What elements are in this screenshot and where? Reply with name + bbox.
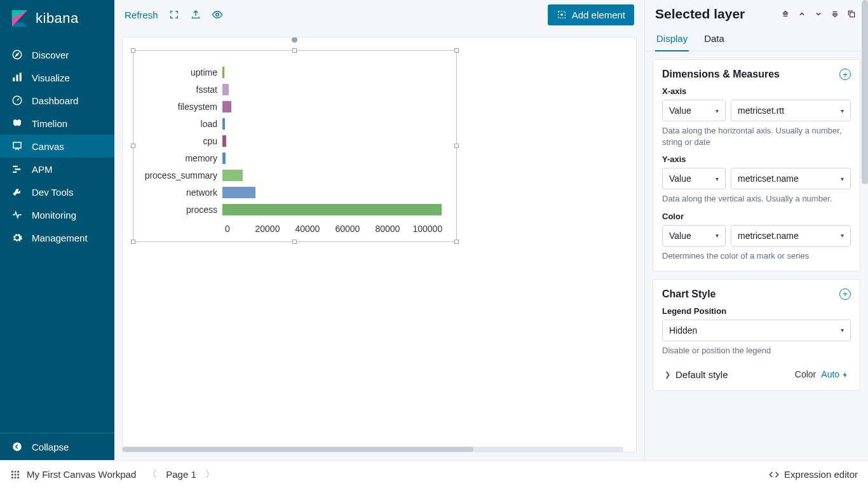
panel-title: Selected layer [655, 6, 775, 22]
fullscreen-icon[interactable] [168, 9, 180, 20]
sidebar-item-label: Timelion [32, 118, 67, 129]
kibana-logo-icon [10, 9, 29, 28]
sidebar-item-dashboard[interactable]: Dashboard [0, 89, 114, 112]
add-style-button[interactable]: + [839, 288, 851, 300]
color-label: Color [662, 212, 851, 221]
color-type-select[interactable]: Value▾ [662, 225, 726, 247]
sidebar: kibana Discover Visualize Dashboard Time… [0, 0, 114, 460]
sidebar-item-label: Management [32, 233, 88, 243]
prev-page-button[interactable]: 〈 [147, 468, 157, 480]
current-page[interactable]: Page 1 [166, 469, 196, 480]
sidebar-item-label: Dev Tools [32, 187, 74, 198]
color-label: Color [795, 369, 816, 379]
horizontal-scrollbar[interactable] [123, 447, 623, 452]
rotate-handle[interactable] [292, 37, 297, 43]
sidebar-item-label: Visualize [32, 72, 70, 83]
svg-rect-23 [15, 477, 17, 478]
right-panel: Selected layer Display Data Dimensions &… [644, 0, 868, 460]
svg-rect-24 [17, 477, 19, 478]
legend-label: Legend Position [662, 306, 851, 316]
svg-rect-5 [17, 75, 18, 82]
svg-point-13 [215, 13, 219, 17]
layer-up-icon[interactable] [796, 8, 808, 20]
chevron-down-icon: ▾ [841, 327, 844, 334]
x-field-select[interactable]: metricset.rtt▾ [731, 100, 851, 121]
duplicate-icon[interactable] [845, 8, 858, 20]
grid-icon[interactable] [10, 470, 20, 480]
svg-rect-4 [13, 78, 15, 81]
svg-rect-10 [15, 168, 20, 170]
svg-rect-15 [850, 13, 855, 17]
color-hint: Determines the color of a mark or series [662, 250, 851, 262]
pager: 〈 Page 1 〉 [147, 468, 215, 480]
sidebar-item-apm[interactable]: APM [0, 158, 114, 180]
selected-element[interactable]: uptimefsstatfilesystemloadcpumemoryproce… [133, 50, 457, 242]
sidebar-item-monitoring[interactable]: Monitoring [0, 203, 114, 226]
sidebar-item-devtools[interactable]: Dev Tools [0, 180, 114, 203]
sidebar-item-management[interactable]: Management [0, 226, 114, 249]
chevron-down-icon: ▾ [841, 175, 844, 182]
svg-rect-18 [17, 471, 19, 473]
sidebar-item-canvas[interactable]: Canvas [0, 135, 114, 158]
refresh-link[interactable]: Refresh [125, 10, 158, 20]
add-dimension-button[interactable]: + [839, 69, 851, 80]
svg-rect-20 [15, 473, 17, 475]
next-page-button[interactable]: 〉 [205, 468, 215, 480]
canvas-area[interactable]: uptimefsstatfilesystemloadcpumemoryproce… [114, 29, 644, 460]
card-title: Chart Style [662, 288, 839, 300]
export-icon[interactable] [190, 9, 201, 20]
expand-icon[interactable]: ❯ [665, 370, 670, 379]
default-style-label: Default style [675, 369, 790, 380]
color-auto-value[interactable]: Auto [821, 369, 848, 379]
sidebar-item-timelion[interactable]: Timelion [0, 112, 114, 135]
y-axis-label: Y-axis [662, 154, 851, 164]
sidebar-item-label: Monitoring [32, 210, 76, 220]
sidebar-item-label: Discover [32, 50, 69, 60]
panel-scrollbar[interactable] [862, 0, 868, 184]
bar-chart: uptimefsstatfilesystemloadcpumemoryproce… [133, 51, 456, 241]
workpad-name[interactable]: My First Canvas Workpad [27, 469, 136, 480]
y-type-select[interactable]: Value▾ [662, 168, 726, 189]
svg-rect-16 [11, 471, 13, 473]
layer-to-back-icon[interactable] [829, 8, 841, 20]
svg-marker-3 [16, 53, 19, 57]
chart-style-card: Chart Style + Legend Position Hidden▾ Di… [653, 279, 860, 391]
legend-select[interactable]: Hidden▾ [662, 320, 851, 341]
gear-icon [11, 232, 23, 243]
svg-rect-11 [13, 172, 17, 173]
sidebar-item-label: APM [32, 164, 53, 175]
svg-rect-6 [20, 73, 22, 82]
layer-to-front-icon[interactable] [779, 8, 792, 20]
chevron-down-icon: ▾ [715, 107, 719, 114]
chart-y-labels: uptimefsstatfilesystemloadcpumemoryproce… [140, 64, 222, 219]
x-type-select[interactable]: Value▾ [662, 100, 726, 121]
y-field-select[interactable]: metricset.name▾ [731, 168, 851, 189]
add-element-icon [557, 10, 567, 20]
color-field-select[interactable]: metricset.name▾ [731, 225, 851, 247]
nav: Discover Visualize Dashboard Timelion Ca… [0, 37, 114, 433]
chevron-down-icon: ▾ [841, 232, 844, 239]
panel-tabs: Display Data [645, 27, 868, 51]
tab-display[interactable]: Display [655, 27, 689, 51]
logo[interactable]: kibana [0, 0, 114, 37]
gauge-icon [11, 95, 23, 106]
svg-rect-17 [15, 471, 17, 473]
chart-x-axis: 020000400006000080000100000 [227, 219, 444, 224]
tab-data[interactable]: Data [703, 27, 726, 51]
expression-editor-button[interactable]: Expression editor [769, 469, 858, 480]
add-element-button[interactable]: Add element [548, 4, 634, 25]
collapse-button[interactable]: Collapse [0, 433, 114, 460]
wrench-icon [11, 186, 23, 198]
canvas-icon [11, 140, 23, 152]
eye-icon[interactable] [212, 9, 223, 20]
sidebar-item-label: Dashboard [32, 95, 78, 106]
collapse-icon [11, 441, 23, 452]
compass-icon [11, 49, 23, 60]
svg-rect-19 [11, 473, 13, 475]
toolbar: Refresh Add element [114, 0, 644, 29]
sidebar-item-label: Canvas [32, 141, 64, 152]
workpad[interactable]: uptimefsstatfilesystemloadcpumemoryproce… [122, 37, 637, 452]
layer-down-icon[interactable] [812, 8, 825, 20]
sidebar-item-discover[interactable]: Discover [0, 43, 114, 66]
sidebar-item-visualize[interactable]: Visualize [0, 66, 114, 89]
